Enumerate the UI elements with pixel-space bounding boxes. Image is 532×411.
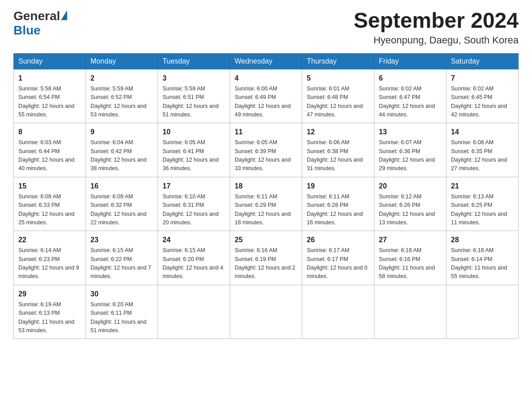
day-number: 15 bbox=[18, 181, 81, 192]
calendar-week-row: 29Sunrise: 6:19 AMSunset: 6:13 PMDayligh… bbox=[14, 285, 519, 339]
calendar-cell: 5Sunrise: 6:01 AMSunset: 6:48 PMDaylight… bbox=[302, 69, 374, 123]
calendar-cell: 26Sunrise: 6:17 AMSunset: 6:17 PMDayligh… bbox=[302, 231, 374, 285]
day-number: 16 bbox=[90, 181, 153, 192]
day-number: 5 bbox=[307, 73, 369, 84]
day-number: 18 bbox=[235, 181, 297, 192]
calendar-cell: 24Sunrise: 6:15 AMSunset: 6:20 PMDayligh… bbox=[158, 231, 230, 285]
calendar-cell: 19Sunrise: 6:11 AMSunset: 6:28 PMDayligh… bbox=[302, 177, 374, 231]
day-number: 22 bbox=[18, 235, 81, 245]
logo-general-text: General bbox=[13, 9, 60, 23]
title-area: September 2024 Hyeonpung, Daegu, South K… bbox=[354, 9, 519, 46]
day-info: Sunrise: 6:06 AMSunset: 6:38 PMDaylight:… bbox=[307, 138, 369, 173]
day-info: Sunrise: 6:20 AMSunset: 6:11 PMDaylight:… bbox=[90, 300, 153, 335]
calendar-cell: 8Sunrise: 6:03 AMSunset: 6:44 PMDaylight… bbox=[14, 123, 86, 177]
page-header: General Blue September 2024 Hyeonpung, D… bbox=[13, 9, 519, 46]
day-info: Sunrise: 6:09 AMSunset: 6:32 PMDaylight:… bbox=[90, 193, 153, 227]
day-number: 30 bbox=[90, 289, 153, 300]
calendar-cell: 3Sunrise: 5:59 AMSunset: 6:51 PMDaylight… bbox=[158, 69, 230, 123]
calendar-week-row: 8Sunrise: 6:03 AMSunset: 6:44 PMDaylight… bbox=[14, 123, 519, 177]
calendar-cell: 2Sunrise: 5:59 AMSunset: 6:52 PMDaylight… bbox=[86, 69, 158, 123]
day-number: 12 bbox=[307, 127, 369, 137]
calendar-cell: 10Sunrise: 6:05 AMSunset: 6:41 PMDayligh… bbox=[158, 123, 230, 177]
day-number: 27 bbox=[379, 235, 442, 245]
day-number: 3 bbox=[163, 73, 225, 84]
calendar-cell: 12Sunrise: 6:06 AMSunset: 6:38 PMDayligh… bbox=[302, 123, 374, 177]
calendar-cell: 25Sunrise: 6:16 AMSunset: 6:19 PMDayligh… bbox=[230, 231, 302, 285]
calendar-cell: 29Sunrise: 6:19 AMSunset: 6:13 PMDayligh… bbox=[14, 285, 86, 339]
day-number: 7 bbox=[451, 73, 514, 84]
page-title: September 2024 bbox=[354, 9, 519, 33]
day-number: 25 bbox=[235, 235, 297, 245]
calendar-cell bbox=[446, 285, 519, 339]
day-number: 26 bbox=[307, 235, 369, 245]
calendar-week-row: 22Sunrise: 6:14 AMSunset: 6:23 PMDayligh… bbox=[14, 231, 519, 285]
day-number: 17 bbox=[163, 181, 225, 192]
calendar-cell: 22Sunrise: 6:14 AMSunset: 6:23 PMDayligh… bbox=[14, 231, 86, 285]
calendar-cell: 20Sunrise: 6:12 AMSunset: 6:26 PMDayligh… bbox=[374, 177, 446, 231]
logo-triangle-icon bbox=[61, 10, 67, 20]
calendar-cell: 27Sunrise: 6:18 AMSunset: 6:16 PMDayligh… bbox=[374, 231, 446, 285]
day-info: Sunrise: 6:18 AMSunset: 6:16 PMDaylight:… bbox=[379, 246, 442, 281]
day-number: 6 bbox=[379, 73, 442, 84]
day-info: Sunrise: 5:58 AMSunset: 6:54 PMDaylight:… bbox=[18, 85, 81, 120]
day-info: Sunrise: 5:59 AMSunset: 6:52 PMDaylight:… bbox=[90, 85, 153, 120]
day-info: Sunrise: 6:12 AMSunset: 6:26 PMDaylight:… bbox=[379, 193, 442, 227]
day-number: 24 bbox=[163, 235, 225, 245]
day-info: Sunrise: 6:18 AMSunset: 6:14 PMDaylight:… bbox=[451, 246, 514, 281]
day-number: 29 bbox=[18, 289, 81, 300]
day-info: Sunrise: 6:07 AMSunset: 6:36 PMDaylight:… bbox=[379, 138, 442, 173]
day-info: Sunrise: 6:17 AMSunset: 6:17 PMDaylight:… bbox=[307, 246, 369, 281]
day-info: Sunrise: 6:05 AMSunset: 6:39 PMDaylight:… bbox=[235, 138, 297, 173]
day-info: Sunrise: 6:10 AMSunset: 6:31 PMDaylight:… bbox=[163, 193, 225, 227]
day-info: Sunrise: 6:04 AMSunset: 6:42 PMDaylight:… bbox=[90, 138, 153, 173]
day-info: Sunrise: 6:15 AMSunset: 6:20 PMDaylight:… bbox=[163, 246, 225, 281]
calendar-cell: 9Sunrise: 6:04 AMSunset: 6:42 PMDaylight… bbox=[86, 123, 158, 177]
day-info: Sunrise: 6:02 AMSunset: 6:47 PMDaylight:… bbox=[379, 85, 442, 120]
day-number: 1 bbox=[18, 73, 81, 84]
calendar-cell: 28Sunrise: 6:18 AMSunset: 6:14 PMDayligh… bbox=[446, 231, 519, 285]
day-number: 23 bbox=[90, 235, 153, 245]
day-number: 21 bbox=[451, 181, 514, 192]
day-number: 11 bbox=[235, 127, 297, 137]
calendar-cell: 16Sunrise: 6:09 AMSunset: 6:32 PMDayligh… bbox=[86, 177, 158, 231]
weekday-header-wednesday: Wednesday bbox=[230, 53, 302, 69]
logo: General Blue bbox=[13, 9, 67, 38]
day-info: Sunrise: 6:00 AMSunset: 6:49 PMDaylight:… bbox=[235, 85, 297, 120]
day-number: 9 bbox=[90, 127, 153, 137]
weekday-header-tuesday: Tuesday bbox=[158, 53, 230, 69]
calendar-cell bbox=[374, 285, 446, 339]
calendar-body: 1Sunrise: 5:58 AMSunset: 6:54 PMDaylight… bbox=[14, 69, 519, 339]
weekday-header-friday: Friday bbox=[374, 53, 446, 69]
weekday-header-sunday: Sunday bbox=[14, 53, 86, 69]
day-info: Sunrise: 6:02 AMSunset: 6:45 PMDaylight:… bbox=[451, 85, 514, 120]
day-number: 14 bbox=[451, 127, 514, 137]
calendar-cell: 1Sunrise: 5:58 AMSunset: 6:54 PMDaylight… bbox=[14, 69, 86, 123]
page-subtitle: Hyeonpung, Daegu, South Korea bbox=[354, 34, 519, 46]
day-info: Sunrise: 5:59 AMSunset: 6:51 PMDaylight:… bbox=[163, 85, 225, 120]
calendar-cell: 21Sunrise: 6:13 AMSunset: 6:25 PMDayligh… bbox=[446, 177, 519, 231]
day-info: Sunrise: 6:11 AMSunset: 6:29 PMDaylight:… bbox=[235, 193, 297, 227]
calendar-cell: 4Sunrise: 6:00 AMSunset: 6:49 PMDaylight… bbox=[230, 69, 302, 123]
day-info: Sunrise: 6:08 AMSunset: 6:33 PMDaylight:… bbox=[18, 193, 81, 227]
day-info: Sunrise: 6:03 AMSunset: 6:44 PMDaylight:… bbox=[18, 138, 81, 173]
day-number: 19 bbox=[307, 181, 369, 192]
calendar-cell: 15Sunrise: 6:08 AMSunset: 6:33 PMDayligh… bbox=[14, 177, 86, 231]
day-number: 4 bbox=[235, 73, 297, 84]
calendar-cell: 18Sunrise: 6:11 AMSunset: 6:29 PMDayligh… bbox=[230, 177, 302, 231]
calendar-cell: 17Sunrise: 6:10 AMSunset: 6:31 PMDayligh… bbox=[158, 177, 230, 231]
day-info: Sunrise: 6:05 AMSunset: 6:41 PMDaylight:… bbox=[163, 138, 225, 173]
calendar-cell bbox=[302, 285, 374, 339]
calendar-cell: 23Sunrise: 6:15 AMSunset: 6:22 PMDayligh… bbox=[86, 231, 158, 285]
calendar-cell: 14Sunrise: 6:08 AMSunset: 6:35 PMDayligh… bbox=[446, 123, 519, 177]
calendar-week-row: 15Sunrise: 6:08 AMSunset: 6:33 PMDayligh… bbox=[14, 177, 519, 231]
calendar-week-row: 1Sunrise: 5:58 AMSunset: 6:54 PMDaylight… bbox=[14, 69, 519, 123]
day-info: Sunrise: 6:11 AMSunset: 6:28 PMDaylight:… bbox=[307, 193, 369, 227]
calendar-cell: 30Sunrise: 6:20 AMSunset: 6:11 PMDayligh… bbox=[86, 285, 158, 339]
day-number: 2 bbox=[90, 73, 153, 84]
day-info: Sunrise: 6:08 AMSunset: 6:35 PMDaylight:… bbox=[451, 138, 514, 173]
day-info: Sunrise: 6:14 AMSunset: 6:23 PMDaylight:… bbox=[18, 246, 81, 281]
day-info: Sunrise: 6:16 AMSunset: 6:19 PMDaylight:… bbox=[235, 246, 297, 281]
calendar-cell bbox=[158, 285, 230, 339]
calendar-cell bbox=[230, 285, 302, 339]
logo-blue-text: Blue bbox=[13, 23, 41, 37]
